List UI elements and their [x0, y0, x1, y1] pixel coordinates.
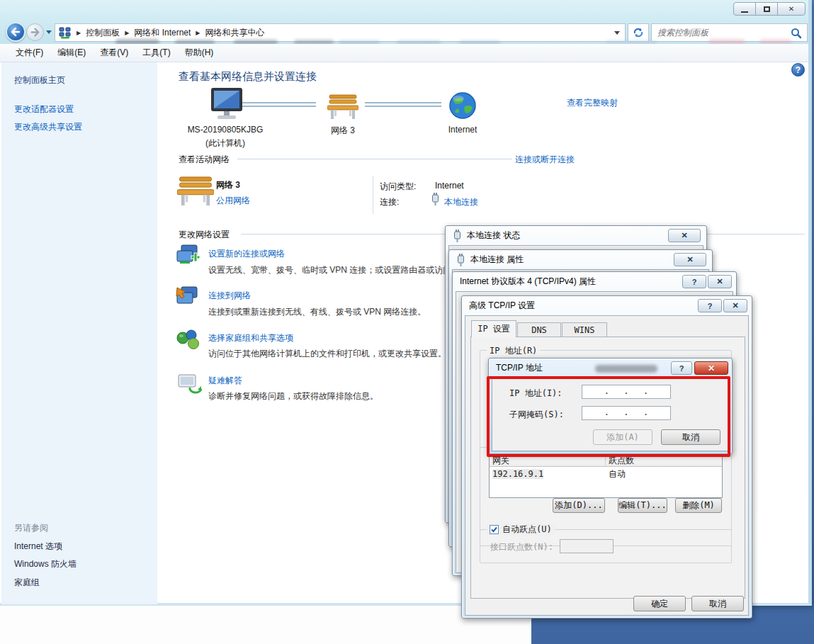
map-link-line	[242, 102, 316, 107]
network-type-link[interactable]: 公用网络	[216, 195, 250, 207]
help-icon: ?	[708, 302, 713, 310]
ipv4-dialog-titlebar[interactable]: Internet 协议版本 4 (TCP/IPv4) 属性 ? ✕	[456, 272, 733, 291]
help-icon: ?	[692, 278, 697, 286]
interface-metric-label: 接口跃点数(N):	[490, 541, 553, 553]
close-button[interactable]: ✕	[674, 253, 706, 266]
dialog-title: 高级 TCP/IP 设置	[469, 300, 535, 312]
sidebar-item-windows-firewall[interactable]: Windows 防火墙	[14, 558, 77, 570]
computer-icon[interactable]	[208, 88, 245, 123]
help-button[interactable]: ?	[671, 361, 692, 375]
close-button[interactable]: ✕	[694, 361, 728, 375]
connect-network-icon	[176, 286, 201, 309]
help-button[interactable]: ?	[682, 275, 706, 288]
cancel-button[interactable]: 取消	[691, 596, 744, 611]
tab-dns[interactable]: DNS	[517, 322, 561, 337]
task-homegroup-options-desc: 访问位于其他网络计算机上的文件和打印机，或更改共享设置。	[208, 348, 446, 360]
task-troubleshoot-desc: 诊断并修复网络问题，或获得故障排除信息。	[208, 390, 378, 402]
view-full-map-link[interactable]: 查看完整映射	[567, 97, 618, 109]
recent-pages-dropdown[interactable]	[46, 30, 52, 34]
connection-plug-icon	[456, 254, 465, 266]
censored-smudge	[595, 365, 657, 373]
divider	[237, 159, 512, 159]
connect-disconnect-link[interactable]: 连接或断开连接	[515, 154, 575, 166]
status-dialog-titlebar[interactable]: 本地连接 状态 ✕	[448, 226, 703, 245]
close-icon: ✕	[686, 255, 693, 264]
sidebar-item-change-adapter-settings[interactable]: 更改适配器设置	[14, 103, 74, 115]
caption-buttons: ✕	[734, 2, 805, 16]
breadcrumb-separator-icon: ▶	[125, 30, 129, 36]
auto-metric-checkbox[interactable]	[490, 525, 499, 534]
address-dropdown-button[interactable]	[609, 31, 625, 35]
tab-ip-settings[interactable]: IP 设置	[471, 320, 516, 337]
menu-bar: 文件(F) 编辑(E) 查看(V) 工具(T) 帮助(H)	[0, 44, 808, 62]
menu-edit[interactable]: 编辑(E)	[50, 44, 93, 62]
menu-file[interactable]: 文件(F)	[9, 44, 50, 62]
tab-label: DNS	[531, 325, 547, 335]
gateway-row[interactable]: 192.16.9.1 自动	[490, 467, 722, 481]
close-icon: ✕	[716, 277, 723, 286]
network-bench-icon	[177, 174, 214, 209]
close-icon: ✕	[708, 363, 715, 373]
internet-globe-icon[interactable]	[449, 92, 476, 119]
sidebar-item-internet-options[interactable]: Internet 选项	[14, 541, 62, 553]
ok-button[interactable]: 确定	[633, 596, 686, 611]
task-troubleshoot[interactable]: 疑难解答	[208, 375, 242, 387]
access-type-value: Internet	[435, 181, 464, 191]
refresh-icon	[633, 27, 644, 38]
divider	[373, 176, 373, 214]
tab-wins[interactable]: WINS	[562, 322, 607, 337]
menu-tools[interactable]: 工具(T)	[135, 44, 177, 62]
advanced-dialog-titlebar[interactable]: 高级 TCP/IP 设置 ? ✕	[465, 296, 749, 315]
gateway-edit-button[interactable]: 编辑(T)...	[618, 498, 667, 513]
help-button[interactable]: ?	[791, 63, 805, 77]
change-settings-header: 更改网络设置	[179, 229, 230, 241]
active-networks-header: 查看活动网络	[179, 154, 230, 166]
help-button[interactable]: ?	[698, 299, 722, 312]
button-label: 编辑(T)...	[618, 499, 666, 512]
sidebar-item-change-advanced-sharing[interactable]: 更改高级共享设置	[14, 121, 82, 133]
task-homegroup-options[interactable]: 选择家庭组和共享选项	[208, 332, 293, 344]
forward-arrow-icon	[27, 24, 43, 40]
minimize-button[interactable]	[733, 2, 756, 16]
connection-plug-icon	[431, 193, 440, 205]
background-strip	[0, 606, 531, 644]
gateway-cell: 192.16.9.1	[492, 469, 543, 479]
close-button[interactable]: ✕	[668, 229, 701, 242]
back-button[interactable]	[6, 22, 26, 42]
gateway-list[interactable]: 网关 跃点数 192.16.9.1 自动	[489, 454, 723, 498]
network-location-icon	[59, 27, 72, 39]
advanced-tcpip-settings-dialog: 高级 TCP/IP 设置 ? ✕ IP 设置 DNS WINS IP 地址(R)…	[461, 295, 752, 618]
close-button[interactable]: ✕	[777, 2, 805, 16]
network-bench-icon[interactable]	[327, 92, 358, 122]
auto-metric-label: 自动跃点(U)	[502, 524, 552, 536]
sidebar-item-homegroup[interactable]: 家庭组	[14, 577, 40, 589]
refresh-button[interactable]	[628, 23, 649, 42]
tcpip-dialog-titlebar[interactable]: TCP/IP 地址 ? ✕	[492, 358, 729, 378]
breadcrumb-item-network-sharing-center[interactable]: 网络和共享中心	[205, 27, 265, 39]
properties-dialog-titlebar[interactable]: 本地连接 属性 ✕	[452, 250, 709, 269]
homegroup-icon	[176, 329, 201, 351]
breadcrumb-item-network-internet[interactable]: 网络和 Internet	[134, 27, 191, 39]
access-type-label: 访问类型:	[380, 181, 416, 193]
close-button[interactable]: ✕	[723, 299, 747, 312]
interface-metric-input[interactable]	[560, 539, 614, 553]
page-title: 查看基本网络信息并设置连接	[179, 70, 317, 84]
maximize-button[interactable]	[755, 2, 778, 16]
gateway-add-button[interactable]: 添加(D)...	[553, 498, 605, 513]
computer-sub-label: (此计算机)	[179, 137, 272, 149]
sidebar-item-control-panel-home[interactable]: 控制面板主页	[14, 74, 65, 86]
gateway-delete-button[interactable]: 删除(M)	[675, 498, 722, 513]
menu-view[interactable]: 查看(V)	[93, 44, 135, 62]
active-network-name: 网络 3	[216, 179, 240, 191]
search-icon	[791, 28, 802, 39]
task-connect-to-network[interactable]: 连接到网络	[208, 290, 251, 302]
task-setup-new-connection[interactable]: 设置新的连接或网络	[208, 248, 285, 260]
menu-help[interactable]: 帮助(H)	[178, 44, 221, 62]
breadcrumb-item-control-panel[interactable]: 控制面板	[86, 27, 120, 39]
dialog-title: 本地连接 属性	[470, 254, 524, 266]
connection-plug-icon	[453, 230, 462, 242]
close-button[interactable]: ✕	[708, 275, 732, 288]
local-connection-link[interactable]: 本地连接	[444, 196, 478, 208]
forward-button[interactable]	[26, 23, 44, 41]
chevron-down-icon	[614, 31, 620, 35]
